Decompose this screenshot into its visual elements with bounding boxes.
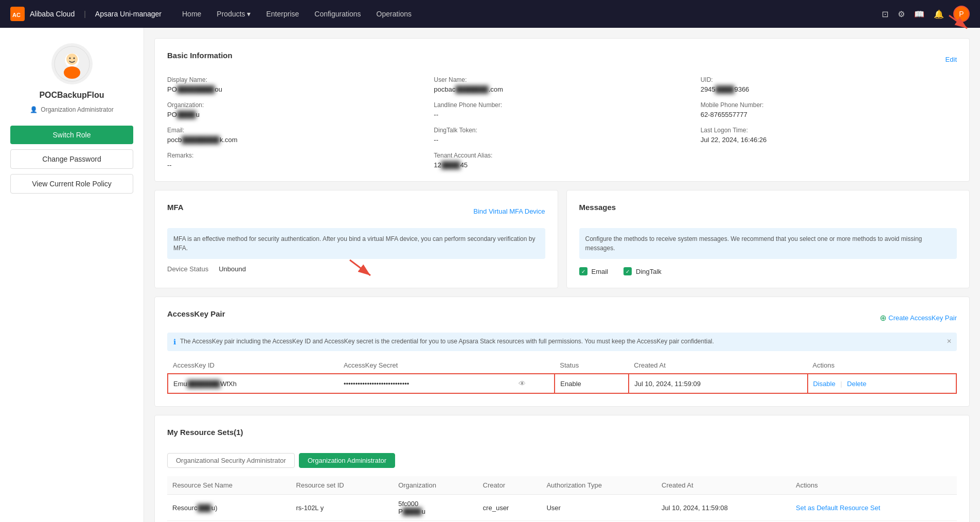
plus-icon: ⊕ bbox=[880, 313, 886, 323]
view-policy-button[interactable]: View Current Role Policy bbox=[10, 174, 133, 194]
dingtalk-checkbox-item: ✓ DingTalk bbox=[623, 267, 662, 275]
email-checkbox[interactable]: ✓ bbox=[579, 267, 587, 275]
rs-creator-cell: cre_user bbox=[478, 495, 542, 521]
screen-icon[interactable]: ⊡ bbox=[882, 9, 888, 19]
user-avatar[interactable]: P bbox=[953, 6, 970, 22]
sidebar: POCBackupFlou 👤 Organization Administrat… bbox=[0, 28, 144, 522]
rs-col-created: Created At bbox=[656, 476, 791, 495]
uid-field: UID: 2945████9366 bbox=[701, 76, 957, 93]
set-default-link[interactable]: Set as Default Resource Set bbox=[796, 504, 880, 512]
org-icon: 👤 bbox=[30, 106, 38, 113]
nav-configurations[interactable]: Configurations bbox=[314, 10, 361, 18]
eye-icon[interactable]: 👁 bbox=[519, 379, 526, 388]
logo-text: Alibaba Cloud bbox=[30, 10, 75, 18]
sidebar-role-badge: 👤 Organization Administrator bbox=[30, 106, 113, 113]
username-label: User Name: bbox=[434, 76, 690, 83]
switch-role-button[interactable]: Switch Role bbox=[10, 126, 133, 144]
dingtalk-label: DingTalk bbox=[636, 268, 662, 275]
rs-col-name: Resource Set Name bbox=[167, 476, 291, 495]
resource-sets-header: My Resource Sets(1) bbox=[167, 428, 957, 445]
ak-col-eye bbox=[513, 357, 555, 374]
accesskey-row: Emu███████WfXh •••••••••••••••••••••••••… bbox=[168, 374, 956, 393]
disable-link[interactable]: Disable bbox=[813, 380, 835, 388]
accesskey-table-body: Emu███████WfXh •••••••••••••••••••••••••… bbox=[168, 374, 956, 393]
resource-tabs: Organizational Security Administrator Or… bbox=[167, 453, 957, 468]
rs-col-creator: Creator bbox=[478, 476, 542, 495]
landline-value: -- bbox=[434, 111, 690, 118]
rs-actions-cell: Set as Default Resource Set bbox=[791, 495, 957, 521]
tenant-alias-label: Tenant Account Alias: bbox=[434, 152, 690, 159]
nav-operations[interactable]: Operations bbox=[377, 10, 412, 18]
bell-icon[interactable]: 🔔 bbox=[934, 9, 944, 19]
svg-text:AC: AC bbox=[12, 12, 21, 18]
logo-area[interactable]: AC Alibaba Cloud | Apsara Uni-manager bbox=[10, 7, 162, 21]
tenant-alias-field: Tenant Account Alias: 12████45 bbox=[434, 152, 690, 169]
mobile-label: Mobile Phone Number: bbox=[701, 101, 957, 109]
accesskey-table: AccessKey ID AccessKey Secret Status Cre… bbox=[167, 357, 957, 394]
svg-point-8 bbox=[73, 58, 75, 59]
mfa-card: MFA Bind Virtual MFA Device MFA is an ef… bbox=[154, 190, 558, 288]
nav-home[interactable]: Home bbox=[182, 10, 201, 18]
email-label: Email bbox=[592, 268, 609, 275]
remarks-field: Remarks: -- bbox=[167, 152, 423, 169]
rs-col-org: Organization bbox=[393, 476, 477, 495]
rs-id-cell: rs-102L y bbox=[291, 495, 394, 521]
banner-close-icon[interactable]: ✕ bbox=[947, 338, 952, 345]
mfa-header: MFA Bind Virtual MFA Device bbox=[167, 203, 545, 220]
mfa-title: MFA bbox=[167, 203, 184, 212]
email-field: Email: pocb████████k.com bbox=[167, 127, 423, 144]
change-password-button[interactable]: Change Password bbox=[10, 149, 133, 169]
rs-name-cell: Resourc███u) bbox=[167, 495, 291, 521]
book-icon[interactable]: 📖 bbox=[914, 9, 924, 19]
nav-products[interactable]: Products ▾ bbox=[217, 10, 251, 18]
display-name-label: Display Name: bbox=[167, 76, 423, 83]
svg-point-6 bbox=[66, 54, 78, 65]
uid-label: UID: bbox=[701, 76, 957, 83]
last-logon-value: Jul 22, 2024, 16:46:26 bbox=[701, 136, 957, 144]
landline-label: Landline Phone Number: bbox=[434, 101, 690, 109]
alibaba-cloud-logo-icon: AC bbox=[10, 7, 25, 21]
last-logon-label: Last Logon Time: bbox=[701, 127, 957, 134]
dingtalk-checkbox[interactable]: ✓ bbox=[623, 267, 632, 275]
uid-value: 2945████9366 bbox=[701, 85, 957, 93]
edit-link[interactable]: Edit bbox=[946, 56, 957, 63]
dingtalk-value: -- bbox=[434, 136, 690, 144]
svg-point-9 bbox=[64, 66, 80, 79]
bind-mfa-link[interactable]: Bind Virtual MFA Device bbox=[473, 207, 545, 215]
nav-enterprise[interactable]: Enterprise bbox=[266, 10, 299, 18]
accesskey-header-row: AccessKey ID AccessKey Secret Status Cre… bbox=[168, 357, 956, 374]
organization-value: PO████u bbox=[167, 111, 423, 118]
create-accesskey-label: Create AccessKey Pair bbox=[888, 314, 957, 322]
ak-created-cell: Jul 10, 2024, 11:59:09 bbox=[629, 374, 807, 393]
resource-row: Resourc███u) rs-102L y 5fc000P████u cre_… bbox=[167, 495, 957, 521]
gear-icon[interactable]: ⚙ bbox=[898, 9, 905, 19]
messages-description: Configure the methods to receive system … bbox=[579, 228, 957, 259]
ak-col-id: AccessKey ID bbox=[168, 357, 338, 374]
mfa-messages-row: MFA Bind Virtual MFA Device MFA is an ef… bbox=[154, 190, 970, 288]
tab-org-security-admin[interactable]: Organizational Security Administrator bbox=[167, 453, 295, 468]
delete-link[interactable]: Delete bbox=[847, 380, 867, 388]
messages-card: Messages Configure the methods to receiv… bbox=[566, 190, 970, 288]
landline-field: Landline Phone Number: -- bbox=[434, 101, 690, 118]
logo-divider: | bbox=[84, 10, 86, 18]
ak-eye-cell: 👁 bbox=[513, 374, 555, 393]
resource-sets-title: My Resource Sets(1) bbox=[167, 428, 243, 437]
basic-info-header: Basic Information Edit bbox=[167, 51, 957, 68]
remarks-label: Remarks: bbox=[167, 152, 423, 159]
resource-table-head: Resource Set Name Resource set ID Organi… bbox=[167, 476, 957, 495]
resource-table: Resource Set Name Resource set ID Organi… bbox=[167, 476, 957, 521]
accesskey-banner-text: The AccessKey pair including the AccessK… bbox=[180, 338, 714, 345]
main-content: Basic Information Edit Display Name: PO█… bbox=[144, 28, 980, 522]
display-name-field: Display Name: PO████████ou bbox=[167, 76, 423, 93]
display-name-value: PO████████ou bbox=[167, 85, 423, 93]
tab-org-admin[interactable]: Organization Administrator bbox=[299, 453, 395, 468]
rs-col-auth: Authorization Type bbox=[541, 476, 656, 495]
device-status-label: Device Status bbox=[167, 265, 208, 273]
ak-col-created: Created At bbox=[629, 357, 807, 374]
info-icon: ℹ bbox=[173, 338, 176, 346]
remarks-value: -- bbox=[167, 161, 423, 169]
create-accesskey-link[interactable]: ⊕ Create AccessKey Pair bbox=[880, 313, 957, 323]
sidebar-username: POCBackupFlou bbox=[39, 91, 104, 100]
rs-created-cell: Jul 10, 2024, 11:59:08 bbox=[656, 495, 791, 521]
sidebar-role-label: Organization Administrator bbox=[41, 106, 113, 113]
